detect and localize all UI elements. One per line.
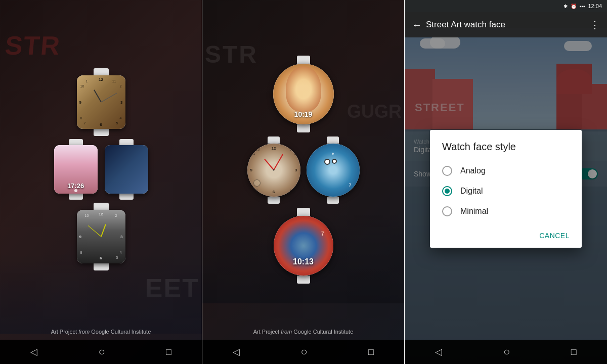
panel-square-watches: STR EET 12 3 6 9 11 1 10 xyxy=(0,0,202,364)
round-band-bottom-1 xyxy=(297,124,310,132)
time-red: 10:13 xyxy=(274,257,333,266)
hour-hand-1 xyxy=(94,89,102,102)
round-band-bottom-3 xyxy=(327,197,339,204)
bw-clock-6: 6 xyxy=(100,256,102,260)
radio-analog xyxy=(442,166,452,176)
analog-8: 8 xyxy=(251,185,253,189)
option-minimal-label: Minimal xyxy=(460,207,488,216)
analog-5: 5 xyxy=(290,189,292,193)
watch-body-3 xyxy=(105,145,148,194)
art-bw-face: 12 3 6 9 2 10 4 8 5 xyxy=(77,210,125,263)
credit-text-1: Art Project from Google Cultural Institu… xyxy=(51,329,151,335)
clock-num-8: 8 xyxy=(80,116,82,120)
round-body-1: 10:19 xyxy=(273,64,334,124)
analog-1: 1 xyxy=(294,152,296,155)
watch-body-4: 12 3 6 9 2 10 4 8 5 xyxy=(77,210,125,263)
watch-round-4[interactable]: 7 10:13 xyxy=(274,208,333,284)
nav-recents-1[interactable]: □ xyxy=(166,347,171,357)
sub-dial xyxy=(253,179,261,187)
nav-home-3[interactable]: ○ xyxy=(503,345,510,358)
watch-square-3[interactable] xyxy=(105,139,148,200)
fish-7: 7 xyxy=(349,183,351,188)
watch-round-1[interactable]: 10:19 xyxy=(273,56,334,132)
time-status: 12:04 xyxy=(588,3,602,9)
nav-recents-3[interactable]: □ xyxy=(571,347,577,357)
round-band-bottom-4 xyxy=(297,276,310,284)
time-geisha: 10:19 xyxy=(273,110,334,118)
watch-square-1[interactable]: 12 3 6 9 11 1 10 2 8 4 5 7 xyxy=(77,68,125,136)
fish-eye1 xyxy=(324,159,330,165)
nav-home-2[interactable]: ○ xyxy=(300,345,307,358)
status-bar: ✱ ⏰ ▪▪▪ 12:04 xyxy=(405,0,607,12)
watch-body-1: 12 3 6 9 11 1 10 2 8 4 5 7 xyxy=(77,75,125,129)
watch-grid-round: 10:19 12 3 6 9 xyxy=(202,5,404,334)
clock-num-4: 4 xyxy=(120,116,122,120)
clock-num-7: 7 xyxy=(84,121,86,125)
watch-square-4[interactable]: 12 3 6 9 2 10 4 8 5 xyxy=(77,203,125,270)
bw-clock-10: 10 xyxy=(85,214,89,217)
round-body-4: 7 10:13 xyxy=(274,216,333,276)
option-minimal[interactable]: Minimal xyxy=(430,201,582,221)
time-display-2: 17:26 xyxy=(54,182,98,190)
watch-round-2[interactable]: 12 3 6 9 2 10 11 1 8 4 5 7 xyxy=(247,136,300,204)
analog-4: 4 xyxy=(294,185,296,189)
clock-num-12: 12 xyxy=(99,77,103,82)
round-band-top-3 xyxy=(327,136,339,144)
art-red: 7 10:13 xyxy=(274,216,333,276)
bw-clock-12: 12 xyxy=(99,212,103,216)
topbar: ← Street Art watch face ⋮ xyxy=(405,12,607,37)
clock-num-5: 5 xyxy=(116,121,118,125)
dialog-box: Watch face style Analog Digital Minimal xyxy=(430,130,582,248)
band-top-4 xyxy=(94,203,109,210)
bw-min-hand xyxy=(88,225,101,237)
credit-text-2: Art Project from Google Cultural Institu… xyxy=(253,329,354,335)
clock-num-11: 11 xyxy=(112,79,116,83)
signal-icon: ▪▪▪ xyxy=(580,4,585,9)
nav-bar-3: ◁ ○ □ xyxy=(405,340,607,364)
analog-10: 10 xyxy=(256,148,260,151)
watch-square-2[interactable]: 17:26 xyxy=(54,139,98,200)
analog-center xyxy=(273,169,275,171)
radio-digital xyxy=(442,186,452,196)
band-bottom-2 xyxy=(69,194,83,200)
watch-grid-square: 12 3 6 9 11 1 10 2 8 4 5 7 xyxy=(0,5,202,334)
nav-home-1[interactable]: ○ xyxy=(98,345,105,358)
analog-11: 11 xyxy=(251,152,255,155)
watch-round-3[interactable]: 7 xyxy=(307,136,360,204)
bw-clock-9: 9 xyxy=(79,235,81,239)
band-top-1 xyxy=(94,68,109,75)
band-bottom-3 xyxy=(119,194,134,200)
band-top-3 xyxy=(119,139,134,145)
cancel-button[interactable]: CANCEL xyxy=(531,228,578,244)
page-dot xyxy=(74,189,77,192)
analog-3: 3 xyxy=(295,168,297,172)
back-button[interactable]: ← xyxy=(412,19,422,31)
topbar-title: Street Art watch face xyxy=(426,20,590,30)
nav-bar-2: ◁ ○ □ xyxy=(202,340,404,364)
watch-body-2: 17:26 xyxy=(54,145,98,194)
round-watch-row-middle: 12 3 6 9 2 10 11 1 8 4 5 7 xyxy=(247,136,360,204)
analog-2: 2 xyxy=(290,148,292,151)
dialog-overlay: Watch face style Analog Digital Minimal xyxy=(405,37,607,340)
option-digital-label: Digital xyxy=(460,187,483,196)
dialog-title: Watch face style xyxy=(430,141,582,161)
art-blue-portrait xyxy=(105,145,148,194)
geisha-face xyxy=(286,66,321,112)
alarm-icon: ⏰ xyxy=(571,4,577,9)
nav-back-3[interactable]: ◁ xyxy=(435,346,442,357)
nav-recents-2[interactable]: □ xyxy=(368,347,374,357)
nav-back-1[interactable]: ◁ xyxy=(30,346,37,357)
menu-button[interactable]: ⋮ xyxy=(590,19,600,31)
analog-9: 9 xyxy=(250,168,252,172)
bw-clock-5: 5 xyxy=(116,256,118,259)
option-digital[interactable]: Digital xyxy=(430,181,582,201)
analog-min xyxy=(273,154,283,170)
art-fish: 7 xyxy=(307,144,360,197)
fish-eye2 xyxy=(332,159,337,164)
round-band-top-2 xyxy=(268,136,280,144)
nav-back-2[interactable]: ◁ xyxy=(233,346,240,357)
option-analog[interactable]: Analog xyxy=(430,161,582,181)
radio-digital-inner xyxy=(445,189,450,194)
band-bottom-4 xyxy=(94,263,109,270)
round-band-bottom-2 xyxy=(268,197,280,204)
